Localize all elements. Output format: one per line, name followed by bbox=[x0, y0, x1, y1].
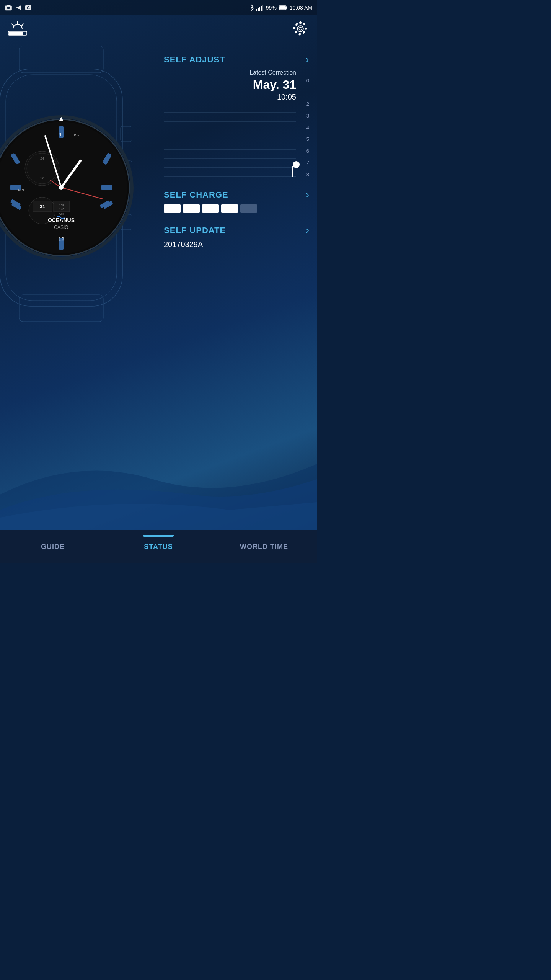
svg-rect-2 bbox=[7, 5, 10, 6]
y-label-6: 6 bbox=[306, 148, 309, 154]
nav-guide-label: GUIDE bbox=[41, 543, 65, 550]
svg-rect-6 bbox=[256, 9, 257, 11]
svg-rect-9 bbox=[261, 6, 262, 11]
g-icon: G bbox=[24, 5, 32, 11]
self-charge-section: SELF CHARGE › bbox=[164, 189, 309, 213]
photo-icon bbox=[5, 5, 12, 11]
self-charge-title: SELF CHARGE bbox=[164, 190, 228, 200]
self-adjust-title-row[interactable]: SELF ADJUST › bbox=[164, 54, 309, 65]
y-label-0: 0 bbox=[306, 78, 309, 83]
self-charge-title-row[interactable]: SELF CHARGE › bbox=[164, 189, 309, 201]
y-label-1: 1 bbox=[306, 90, 309, 95]
svg-text:12: 12 bbox=[40, 176, 44, 180]
svg-text:NYC: NYC bbox=[59, 208, 65, 211]
correction-label: Latest Correction bbox=[164, 69, 296, 76]
status-bar: G 99% 10:08 AM bbox=[0, 0, 317, 15]
y-label-3: 3 bbox=[306, 113, 309, 119]
svg-point-83 bbox=[59, 185, 64, 190]
charge-bar-1 bbox=[164, 204, 181, 213]
svg-rect-21 bbox=[9, 32, 23, 35]
battery-percentage: 99% bbox=[266, 5, 277, 11]
charge-bar-3 bbox=[202, 204, 219, 213]
self-charge-chevron: › bbox=[306, 189, 309, 201]
y-label-8: 8 bbox=[306, 172, 309, 177]
battery-icon bbox=[279, 5, 287, 10]
nav-status-label: STATUS bbox=[144, 543, 173, 550]
y-label-7: 7 bbox=[306, 160, 309, 165]
nav-active-indicator bbox=[143, 535, 174, 537]
svg-rect-10 bbox=[262, 5, 263, 11]
y-label-5: 5 bbox=[306, 136, 309, 142]
watch-container: 0 1 2 3 4 5 6 7 8 bbox=[0, 38, 161, 329]
correction-time: 10:05 bbox=[164, 93, 296, 101]
chart-slider-handle[interactable] bbox=[293, 161, 300, 168]
bottom-nav: GUIDE STATUS WORLD TIME bbox=[0, 530, 317, 564]
svg-rect-12 bbox=[279, 6, 286, 9]
self-adjust-section: SELF ADJUST › Latest Correction 8 7 6 5 … bbox=[164, 54, 309, 177]
svg-rect-13 bbox=[286, 7, 287, 9]
status-left-icons: G bbox=[5, 5, 32, 11]
svg-text:G: G bbox=[27, 6, 30, 10]
svg-line-19 bbox=[21, 24, 24, 26]
svg-rect-31 bbox=[19, 295, 103, 322]
svg-rect-7 bbox=[258, 8, 259, 11]
charge-bar-4 bbox=[221, 204, 238, 213]
svg-rect-53 bbox=[101, 185, 112, 190]
svg-text:24: 24 bbox=[40, 157, 44, 160]
update-version: 20170329A bbox=[164, 240, 309, 249]
svg-text:CASIO: CASIO bbox=[54, 225, 68, 230]
charge-bar-5 bbox=[240, 204, 257, 213]
self-update-title-row[interactable]: SELF UPDATE › bbox=[164, 224, 309, 236]
charge-bar-container bbox=[164, 204, 309, 213]
self-update-section: SELF UPDATE › 20170329A bbox=[164, 224, 309, 249]
y-label-4: 4 bbox=[306, 125, 309, 131]
svg-text:12: 12 bbox=[58, 236, 64, 242]
bluetooth-icon bbox=[248, 4, 254, 11]
chart-slider-line bbox=[292, 166, 293, 177]
charge-bar-2 bbox=[183, 204, 200, 213]
right-panel: SELF ADJUST › Latest Correction 8 7 6 5 … bbox=[164, 54, 309, 249]
nav-world-time-label: WORLD TIME bbox=[240, 543, 288, 550]
self-adjust-chevron: › bbox=[306, 54, 309, 65]
nav-world-time[interactable]: WORLD TIME bbox=[211, 535, 317, 559]
watch-svg: 0 1 2 3 4 5 6 7 8 bbox=[0, 38, 161, 329]
sunrise-icon bbox=[6, 20, 29, 37]
nav-guide[interactable]: GUIDE bbox=[0, 535, 106, 559]
time-display: 10:08 AM bbox=[290, 5, 312, 11]
svg-text:P-N: P-N bbox=[18, 188, 24, 192]
signal-icon bbox=[256, 5, 264, 11]
background-waves bbox=[0, 418, 317, 533]
alarm-icon-container bbox=[6, 20, 29, 37]
nav-status[interactable]: STATUS bbox=[106, 535, 211, 559]
settings-button[interactable] bbox=[292, 20, 309, 38]
svg-text:CHI: CHI bbox=[59, 212, 64, 215]
correction-date: May. 31 bbox=[164, 78, 296, 92]
self-update-chevron: › bbox=[306, 224, 309, 236]
gear-icon bbox=[293, 21, 308, 36]
back-icon bbox=[15, 5, 22, 11]
status-right-info: 99% 10:08 AM bbox=[248, 4, 312, 11]
svg-point-1 bbox=[7, 7, 10, 9]
chart-grid bbox=[164, 105, 296, 177]
self-adjust-title: SELF ADJUST bbox=[164, 55, 225, 65]
svg-text:YHZ: YHZ bbox=[59, 203, 65, 206]
self-update-title: SELF UPDATE bbox=[164, 225, 226, 235]
svg-text:31: 31 bbox=[40, 204, 45, 209]
y-label-2: 2 bbox=[306, 101, 309, 107]
svg-marker-3 bbox=[16, 5, 21, 10]
svg-rect-8 bbox=[259, 7, 260, 11]
svg-text:N: N bbox=[58, 132, 61, 137]
chart-area: 8 7 6 5 4 3 2 1 0 May. 31 10:05 bbox=[164, 78, 309, 177]
svg-text:RC: RC bbox=[74, 133, 79, 137]
svg-line-16 bbox=[11, 24, 14, 26]
